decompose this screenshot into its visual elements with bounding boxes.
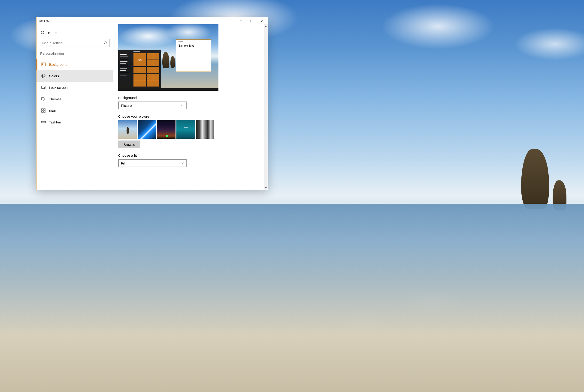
- scroll-up-button[interactable]: [264, 24, 268, 28]
- home-label: Home: [48, 31, 57, 34]
- fit-select[interactable]: Fill: [118, 159, 187, 167]
- sidebar-item-label: Colors: [49, 74, 59, 78]
- picture-icon: [41, 62, 46, 67]
- themes-icon: [41, 97, 46, 101]
- maximize-button[interactable]: [246, 17, 257, 24]
- close-icon: [261, 20, 263, 22]
- choose-picture-label: Choose your picture: [118, 114, 262, 118]
- svg-point-4: [43, 64, 43, 64]
- sidebar-item-label: Lock screen: [49, 86, 68, 90]
- picture-thumb-1[interactable]: [118, 120, 137, 139]
- svg-rect-15: [44, 111, 45, 112]
- window-title: Settings: [37, 19, 49, 22]
- picture-thumbnails: [118, 120, 262, 139]
- home-link[interactable]: Home: [37, 28, 113, 39]
- svg-point-5: [42, 75, 43, 76]
- scroll-down-button[interactable]: [264, 186, 268, 190]
- wallpaper-reflection: [292, 262, 526, 360]
- sidebar-item-label: Background: [49, 62, 67, 66]
- svg-rect-16: [41, 121, 46, 123]
- sidebar-item-label: Start: [49, 109, 56, 112]
- lockscreen-icon: [41, 85, 46, 90]
- sidebar: Home Personalization Background Colors: [37, 24, 113, 190]
- chevron-down-icon: [181, 162, 184, 164]
- preview-sample-text: Sample Text: [178, 44, 208, 47]
- picture-thumb-4[interactable]: [176, 120, 195, 139]
- svg-point-1: [42, 32, 43, 33]
- search-box[interactable]: [40, 39, 109, 47]
- sidebar-item-label: Themes: [49, 97, 61, 101]
- desktop-wallpaper: Settings Home: [0, 0, 584, 392]
- wallpaper-rock: [552, 180, 566, 210]
- sidebar-item-taskbar[interactable]: Taskbar: [37, 116, 113, 128]
- theme-preview: Aa Sample Text: [118, 24, 218, 91]
- sidebar-item-lockscreen[interactable]: Lock screen: [37, 82, 113, 93]
- content-area: Aa Sample Text: [113, 24, 268, 190]
- svg-rect-14: [42, 111, 43, 112]
- search-icon: [104, 41, 107, 45]
- sidebar-item-themes[interactable]: Themes: [37, 93, 113, 105]
- titlebar[interactable]: Settings: [37, 17, 268, 24]
- preview-taskbar: [118, 88, 218, 91]
- svg-rect-13: [44, 109, 45, 110]
- minimize-icon: [240, 20, 242, 22]
- gear-icon: [40, 30, 45, 35]
- close-button[interactable]: [257, 17, 268, 24]
- choose-fit-label: Choose a fit: [118, 154, 262, 157]
- chevron-down-icon: [181, 104, 184, 107]
- svg-rect-12: [42, 109, 43, 110]
- sidebar-item-start[interactable]: Start: [37, 105, 113, 116]
- sidebar-item-colors[interactable]: Colors: [37, 70, 113, 82]
- preview-sample-window: Sample Text: [176, 40, 211, 72]
- fit-value: Fill: [121, 161, 125, 165]
- chevron-down-icon: [265, 187, 267, 189]
- chevron-up-icon: [265, 26, 267, 27]
- sidebar-item-label: Taskbar: [49, 120, 61, 124]
- background-label: Background: [118, 96, 262, 100]
- sidebar-group-label: Personalization: [37, 52, 113, 58]
- picture-thumb-3[interactable]: [157, 120, 175, 139]
- preview-tile-aa: Aa: [133, 53, 146, 66]
- svg-rect-10: [44, 88, 45, 88]
- sidebar-item-background[interactable]: Background: [37, 58, 113, 70]
- svg-rect-0: [251, 20, 253, 22]
- background-select[interactable]: Picture: [118, 102, 187, 109]
- browse-button[interactable]: Browse: [118, 140, 140, 148]
- svg-rect-11: [42, 98, 44, 100]
- scrollbar[interactable]: [264, 24, 268, 190]
- svg-point-2: [104, 42, 106, 44]
- taskbar-icon: [41, 120, 46, 124]
- palette-icon: [41, 74, 46, 78]
- settings-window: Settings Home: [36, 17, 268, 190]
- svg-rect-3: [41, 63, 46, 66]
- search-input[interactable]: [42, 41, 104, 45]
- maximize-icon: [250, 20, 253, 22]
- svg-point-7: [44, 75, 44, 76]
- picture-thumb-2[interactable]: [138, 120, 156, 139]
- svg-point-6: [43, 75, 44, 75]
- background-value: Picture: [121, 104, 132, 108]
- start-icon: [41, 108, 46, 113]
- wallpaper-rock: [521, 149, 549, 209]
- preview-start-menu: Aa: [118, 50, 161, 88]
- minimize-button[interactable]: [236, 17, 246, 24]
- picture-thumb-5[interactable]: [196, 120, 214, 139]
- svg-point-8: [43, 76, 43, 76]
